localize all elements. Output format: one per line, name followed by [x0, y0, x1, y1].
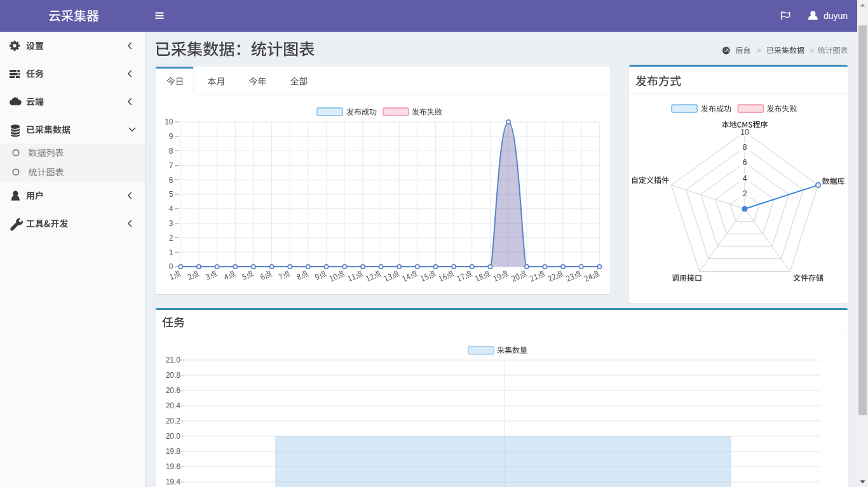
svg-text:8: 8 — [169, 147, 173, 156]
svg-text:19.6: 19.6 — [166, 462, 181, 471]
svg-text:20.2: 20.2 — [166, 417, 181, 425]
svg-text:duyun: duyun — [824, 11, 848, 21]
svg-text:8: 8 — [743, 143, 747, 152]
svg-text:10: 10 — [165, 117, 173, 126]
svg-text:19.8: 19.8 — [166, 447, 181, 456]
svg-text:4: 4 — [743, 174, 747, 183]
svg-text:1: 1 — [169, 248, 173, 257]
svg-text:>: > — [810, 46, 814, 55]
svg-text:10: 10 — [740, 128, 749, 137]
svg-text:19.4: 19.4 — [166, 477, 181, 486]
svg-text:3: 3 — [169, 219, 173, 228]
svg-text:9: 9 — [169, 132, 173, 141]
svg-text:>: > — [757, 46, 761, 55]
svg-text:20.4: 20.4 — [166, 401, 181, 410]
svg-text:21.0: 21.0 — [166, 356, 181, 364]
svg-text:20.8: 20.8 — [166, 371, 181, 380]
svg-text:4: 4 — [169, 204, 173, 213]
svg-text:6: 6 — [743, 158, 747, 167]
svg-text:2: 2 — [169, 234, 173, 243]
svg-text:20.6: 20.6 — [166, 386, 181, 395]
svg-text:6: 6 — [169, 176, 173, 185]
svg-text:7: 7 — [169, 161, 173, 170]
svg-text:0: 0 — [169, 262, 173, 271]
svg-text:5: 5 — [169, 190, 173, 199]
svg-text:2: 2 — [743, 189, 747, 198]
svg-text:20.0: 20.0 — [166, 432, 181, 441]
